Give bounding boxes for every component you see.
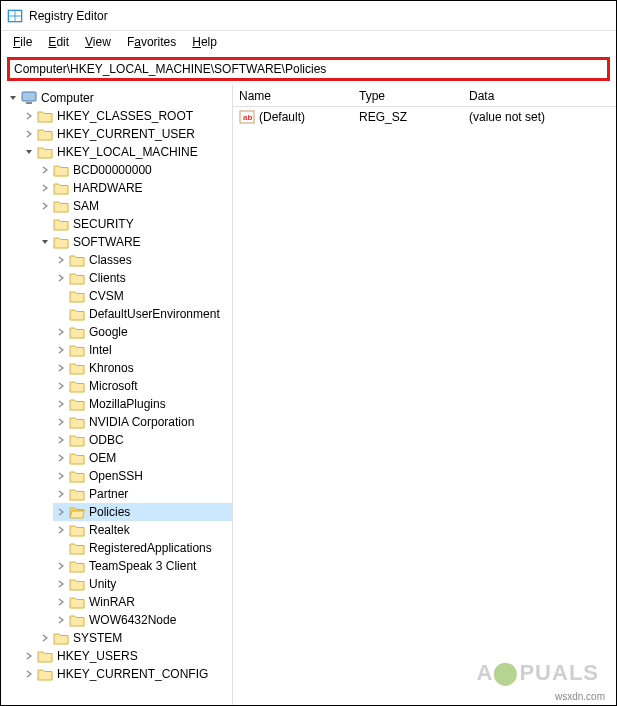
tree-node-realtek[interactable]: Realtek bbox=[53, 521, 232, 539]
chevron-right-icon[interactable] bbox=[55, 434, 67, 446]
chevron-right-icon[interactable] bbox=[23, 668, 35, 680]
menu-edit[interactable]: Edit bbox=[40, 33, 77, 51]
chevron-right-icon[interactable] bbox=[39, 200, 51, 212]
chevron-right-icon[interactable] bbox=[55, 488, 67, 500]
chevron-right-icon[interactable] bbox=[23, 650, 35, 662]
chevron-right-icon[interactable] bbox=[55, 272, 67, 284]
tree-label: OpenSSH bbox=[89, 469, 143, 483]
tree-node-unity[interactable]: Unity bbox=[53, 575, 232, 593]
chevron-right-icon[interactable] bbox=[55, 380, 67, 392]
chevron-down-icon[interactable] bbox=[39, 236, 51, 248]
tree-node-bcd[interactable]: BCD00000000 bbox=[37, 161, 232, 179]
folder-icon bbox=[69, 541, 85, 555]
list-header: Name Type Data bbox=[233, 85, 616, 107]
chevron-right-icon[interactable] bbox=[55, 578, 67, 590]
tree-node-openssh[interactable]: OpenSSH bbox=[53, 467, 232, 485]
folder-icon bbox=[69, 397, 85, 411]
tree-node-hardware[interactable]: HARDWARE bbox=[37, 179, 232, 197]
chevron-right-icon[interactable] bbox=[55, 452, 67, 464]
tree-label: Khronos bbox=[89, 361, 134, 375]
tree-label: Intel bbox=[89, 343, 112, 357]
folder-icon bbox=[53, 631, 69, 645]
tree-node-nvidia[interactable]: NVIDIA Corporation bbox=[53, 413, 232, 431]
menu-favorites[interactable]: Favorites bbox=[119, 33, 184, 51]
menu-file[interactable]: File bbox=[5, 33, 40, 51]
header-name[interactable]: Name bbox=[233, 87, 353, 105]
tree-node-clients[interactable]: Clients bbox=[53, 269, 232, 287]
folder-icon bbox=[69, 361, 85, 375]
tree-node-registeredapps[interactable]: RegisteredApplications bbox=[53, 539, 232, 557]
chevron-right-icon[interactable] bbox=[39, 182, 51, 194]
titlebar: Registry Editor bbox=[1, 1, 616, 31]
tree-node-defaultuserenv[interactable]: DefaultUserEnvironment bbox=[53, 305, 232, 323]
folder-icon bbox=[69, 487, 85, 501]
tree-node-oem[interactable]: OEM bbox=[53, 449, 232, 467]
tree-label: WinRAR bbox=[89, 595, 135, 609]
chevron-right-icon[interactable] bbox=[55, 506, 67, 518]
tree-node-wow6432[interactable]: WOW6432Node bbox=[53, 611, 232, 629]
chevron-right-icon[interactable] bbox=[39, 632, 51, 644]
svg-text:ab: ab bbox=[243, 113, 252, 122]
tree-node-hkcu[interactable]: HKEY_CURRENT_USER bbox=[21, 125, 232, 143]
tree-node-hkcr[interactable]: HKEY_CLASSES_ROOT bbox=[21, 107, 232, 125]
menu-view[interactable]: View bbox=[77, 33, 119, 51]
folder-icon bbox=[53, 235, 69, 249]
chevron-right-icon[interactable] bbox=[55, 560, 67, 572]
chevron-down-icon[interactable] bbox=[7, 92, 19, 104]
tree-node-teamspeak[interactable]: TeamSpeak 3 Client bbox=[53, 557, 232, 575]
tree-node-sam[interactable]: SAM bbox=[37, 197, 232, 215]
tree-label: SYSTEM bbox=[73, 631, 122, 645]
tree-node-system[interactable]: SYSTEM bbox=[37, 629, 232, 647]
chevron-right-icon[interactable] bbox=[39, 164, 51, 176]
header-data[interactable]: Data bbox=[463, 87, 616, 105]
tree-node-security[interactable]: SECURITY bbox=[37, 215, 232, 233]
tree-node-policies[interactable]: Policies bbox=[53, 503, 232, 521]
chevron-right-icon[interactable] bbox=[55, 524, 67, 536]
tree-node-hku[interactable]: HKEY_USERS bbox=[21, 647, 232, 665]
tree-node-winrar[interactable]: WinRAR bbox=[53, 593, 232, 611]
folder-icon bbox=[69, 613, 85, 627]
tree-node-odbc[interactable]: ODBC bbox=[53, 431, 232, 449]
tree-pane[interactable]: Computer HKEY_CLASSES_ROOT HKEY_CURRENT_… bbox=[1, 85, 233, 705]
tree-label: Policies bbox=[89, 505, 130, 519]
tree-label: Unity bbox=[89, 577, 116, 591]
tree-node-hkcc[interactable]: HKEY_CURRENT_CONFIG bbox=[21, 665, 232, 683]
tree-node-hklm[interactable]: HKEY_LOCAL_MACHINE bbox=[21, 143, 232, 161]
list-row[interactable]: ab (Default) REG_SZ (value not set) bbox=[233, 107, 616, 127]
chevron-right-icon[interactable] bbox=[55, 614, 67, 626]
tree-node-cvsm[interactable]: CVSM bbox=[53, 287, 232, 305]
tree-node-mozillaplugins[interactable]: MozillaPlugins bbox=[53, 395, 232, 413]
folder-icon bbox=[53, 181, 69, 195]
chevron-right-icon[interactable] bbox=[55, 344, 67, 356]
menu-help[interactable]: Help bbox=[184, 33, 225, 51]
tree-label: HKEY_LOCAL_MACHINE bbox=[57, 145, 198, 159]
chevron-right-icon[interactable] bbox=[55, 254, 67, 266]
address-bar[interactable]: Computer\HKEY_LOCAL_MACHINE\SOFTWARE\Pol… bbox=[7, 57, 610, 81]
folder-icon bbox=[69, 379, 85, 393]
tree-root-computer[interactable]: Computer bbox=[5, 89, 232, 107]
tree-node-software[interactable]: SOFTWARE bbox=[37, 233, 232, 251]
chevron-right-icon[interactable] bbox=[55, 326, 67, 338]
chevron-right-icon[interactable] bbox=[55, 470, 67, 482]
tree-node-classes[interactable]: Classes bbox=[53, 251, 232, 269]
svg-rect-1 bbox=[9, 11, 15, 16]
chevron-right-icon[interactable] bbox=[23, 128, 35, 140]
header-type[interactable]: Type bbox=[353, 87, 463, 105]
tree-label: BCD00000000 bbox=[73, 163, 152, 177]
chevron-right-icon[interactable] bbox=[55, 398, 67, 410]
tree-node-google[interactable]: Google bbox=[53, 323, 232, 341]
tree-node-khronos[interactable]: Khronos bbox=[53, 359, 232, 377]
chevron-right-icon[interactable] bbox=[55, 416, 67, 428]
chevron-right-icon[interactable] bbox=[55, 596, 67, 608]
chevron-right-icon[interactable] bbox=[23, 110, 35, 122]
tree-node-partner[interactable]: Partner bbox=[53, 485, 232, 503]
chevron-right-icon[interactable] bbox=[55, 362, 67, 374]
chevron-down-icon[interactable] bbox=[23, 146, 35, 158]
tree-label: Clients bbox=[89, 271, 126, 285]
list-pane[interactable]: Name Type Data ab (Default) REG_SZ (valu… bbox=[233, 85, 616, 705]
tree-node-intel[interactable]: Intel bbox=[53, 341, 232, 359]
svg-rect-4 bbox=[16, 16, 22, 21]
regedit-icon bbox=[7, 8, 23, 24]
folder-icon bbox=[53, 217, 69, 231]
tree-node-microsoft[interactable]: Microsoft bbox=[53, 377, 232, 395]
